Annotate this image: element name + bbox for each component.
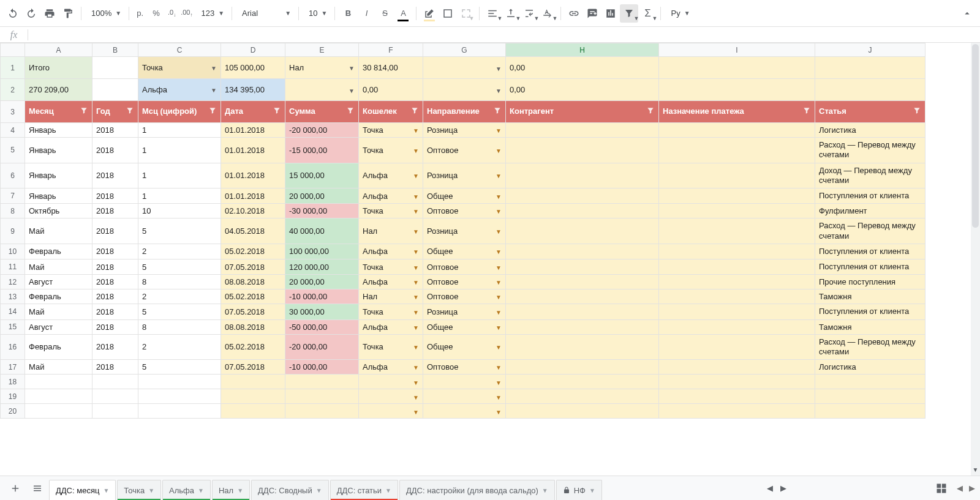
row-number[interactable]: 20 [1,404,25,419]
dropdown-icon[interactable]: ▼ [496,193,502,200]
filter-icon[interactable] [410,106,419,117]
cell[interactable]: ▼ [423,79,506,101]
row-number[interactable]: 13 [1,289,25,304]
row-number[interactable]: 1 [1,57,25,79]
dropdown-icon[interactable]: ▼ [496,127,502,134]
column-header[interactable]: J [815,43,925,57]
table-column-header[interactable]: Назначение платежа [659,101,815,123]
decrease-decimals-button[interactable]: .0↓ [165,4,178,23]
cell[interactable]: 07.05.2018 [221,304,285,319]
filter-icon[interactable] [493,106,502,117]
increase-decimals-button[interactable]: .00↑ [178,4,195,23]
cell[interactable] [659,289,815,304]
merge-cells-button[interactable]: ▼ [457,4,475,23]
vertical-align-button[interactable]: ▼ [502,4,520,23]
dropdown-icon[interactable]: ▼ [413,279,419,286]
cell[interactable]: 120 000,00 [285,259,359,275]
table-column-header[interactable]: Статья [815,101,925,123]
cell[interactable] [506,319,659,334]
cell[interactable] [815,57,925,79]
cell[interactable]: Альфа▼ [359,275,423,289]
cell[interactable]: Январь [25,138,92,163]
cell[interactable]: 2018 [92,244,138,259]
cell[interactable]: Расход — Перевод между счетами [815,334,925,360]
cell[interactable]: Точка▼ [359,259,423,275]
dropdown-icon[interactable]: ▼ [496,379,502,386]
dropdown-icon[interactable]: ▼ [496,364,502,371]
cell[interactable]: -10 000,00 [285,289,359,304]
column-header[interactable]: C [138,43,221,57]
filter-button[interactable]: ▼ [620,4,638,23]
cell[interactable]: 0,00 [506,79,659,101]
cell[interactable]: Розница▼ [423,304,506,319]
cell[interactable]: 2018 [92,275,138,289]
add-sheet-button[interactable] [5,479,26,498]
vertical-scrollbar[interactable]: ▼ [971,43,980,476]
cell[interactable] [659,304,815,319]
cell[interactable] [659,79,815,101]
cell[interactable] [506,404,659,419]
filter-icon[interactable] [80,106,88,117]
sheet-tab[interactable]: ДДС: статьи▼ [330,480,398,501]
cell[interactable]: 40 000,00 [285,218,359,244]
text-rotation-button[interactable]: ▼ [538,4,557,23]
cell[interactable]: Альфа▼ [359,244,423,259]
collapse-toolbar-button[interactable] [958,4,976,23]
cell[interactable]: Общее▼ [423,334,506,360]
dropdown-icon[interactable]: ▼ [496,264,502,271]
cell[interactable]: 2018 [92,304,138,319]
cell[interactable] [25,375,92,389]
horizontal-align-button[interactable]: ▼ [483,4,502,23]
number-format-dropdown[interactable]: 123▼ [195,4,228,23]
dropdown-icon[interactable]: ▼ [496,324,502,331]
cell[interactable]: Альфа▼ [359,319,423,334]
cell[interactable]: Май [25,360,92,375]
cell[interactable]: ▼ [423,404,506,419]
row-number[interactable]: 16 [1,334,25,360]
cell[interactable]: 2018 [92,204,138,218]
cell[interactable]: 05.02.2018 [221,334,285,360]
cell[interactable]: Таможня [815,319,925,334]
cell[interactable]: 5 [138,218,221,244]
column-header[interactable]: H [506,43,659,57]
filter-icon[interactable] [646,106,655,117]
cell[interactable]: 2018 [92,218,138,244]
row-number[interactable]: 12 [1,275,25,289]
cell[interactable] [506,259,659,275]
cell[interactable]: 20 000,00 [285,275,359,289]
cell[interactable]: 2018 [92,163,138,188]
cell[interactable] [92,57,138,79]
dropdown-icon[interactable]: ▼ [413,294,419,300]
row-number[interactable]: 8 [1,204,25,218]
cell[interactable]: 8 [138,319,221,334]
cell[interactable] [659,275,815,289]
cell[interactable]: 30 000,00 [285,304,359,319]
cell[interactable] [506,275,659,289]
cell[interactable] [659,57,815,79]
cell[interactable]: Точка▼ [359,138,423,163]
cell[interactable] [506,163,659,188]
cell[interactable]: 2018 [92,360,138,375]
bold-button[interactable]: B [339,4,357,23]
row-number[interactable]: 17 [1,360,25,375]
cell[interactable]: 08.08.2018 [221,319,285,334]
cell[interactable]: Розница▼ [423,218,506,244]
sheet-tab[interactable]: Альфа▼ [162,480,211,501]
dropdown-icon[interactable]: ▼ [413,394,419,401]
cell[interactable] [659,218,815,244]
dropdown-icon[interactable]: ▼ [413,228,419,235]
cell[interactable]: 2 [138,244,221,259]
row-number[interactable]: 6 [1,163,25,188]
horizontal-scroll-arrows[interactable]: ◀▶ [957,483,975,493]
cell[interactable]: Точка▼ [138,57,221,79]
row-number[interactable]: 19 [1,389,25,404]
cell[interactable]: 5 [138,304,221,319]
cell[interactable]: Оптовое▼ [423,204,506,218]
dropdown-icon[interactable]: ▼ [496,294,502,300]
dropdown-icon[interactable]: ▼ [413,264,419,271]
cell[interactable]: ▼ [359,389,423,404]
dropdown-icon[interactable]: ▼ [496,344,502,351]
dropdown-icon[interactable]: ▼ [413,344,419,351]
cell[interactable] [506,334,659,360]
cell[interactable]: 04.05.2018 [221,218,285,244]
